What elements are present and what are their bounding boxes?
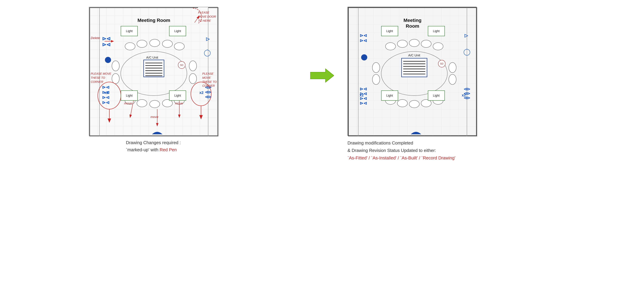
right-caption-red: `As-Fitted' / `As-Installed' / `As-Built… (348, 155, 455, 160)
svg-text:▷: ▷ (464, 33, 468, 38)
svg-point-16 (112, 74, 119, 84)
svg-point-17 (189, 61, 196, 71)
svg-point-7 (150, 39, 160, 47)
svg-text:⊲⊳: ⊲⊳ (205, 90, 212, 94)
caption-line2: `marked-up' with Red Pen (126, 147, 177, 152)
x2-label-left: x2 (104, 90, 108, 95)
svg-line-41 (194, 16, 199, 22)
please-move-corner-left: PLEASE MOVETHESE TOCORNER (91, 72, 111, 84)
light-box-right-bottom-left: Light (381, 90, 398, 101)
ac-unit-label-left: A/C Unit (141, 56, 163, 60)
svg-text:⊳⊲: ⊳⊲ (102, 36, 110, 42)
caption-line1: Drawing Changes required : (126, 140, 181, 145)
svg-text:⊲⊳: ⊲⊳ (464, 87, 470, 91)
svg-point-58 (397, 40, 408, 48)
svg-text:⊳⊲: ⊳⊲ (102, 100, 110, 105)
left-panel: ⊳⊲ ⊳⊲ ⊳⊲ ⊳⊲ ⊳⊲ ⊳⊲ ▷ ⊲⊳ ⊲⊳ ⊲⊳ (10, 7, 296, 153)
svg-rect-19 (144, 60, 164, 77)
svg-point-42 (98, 82, 121, 109)
x2-label-right-panel-left: x2 (360, 93, 364, 98)
move-door-annotation: PLEASE MOVE DOORTO HERE (198, 11, 217, 23)
left-floor-plan: ⊳⊲ ⊳⊲ ⊳⊲ ⊳⊲ ⊳⊲ ⊳⊲ ▷ ⊲⊳ ⊲⊳ ⊲⊳ (89, 7, 218, 136)
svg-point-61 (433, 42, 443, 50)
svg-point-90 (464, 49, 470, 55)
svg-point-69 (449, 62, 456, 73)
room-title-right: MeetingRoom (394, 18, 431, 29)
svg-text:⊲⊳: ⊲⊳ (205, 85, 212, 90)
svg-text:▷: ▷ (206, 36, 210, 42)
ac-unit-label-right: A/C Unit (401, 54, 428, 57)
right-caption-line1: Drawing modifications Completed (348, 140, 413, 146)
svg-point-11 (137, 100, 147, 107)
svg-point-57 (386, 42, 396, 50)
light-box-right-top-right: Light (428, 26, 445, 36)
svg-marker-51 (310, 69, 334, 82)
svg-point-30 (105, 57, 111, 63)
transformation-arrow (310, 7, 334, 83)
svg-point-70 (449, 74, 456, 84)
svg-text:⊳⊲: ⊳⊲ (360, 101, 367, 106)
light-box-top-right: Light (169, 26, 186, 36)
svg-point-56 (381, 52, 448, 96)
svg-point-15 (112, 61, 119, 71)
svg-text:⊳⊲: ⊳⊲ (102, 85, 110, 90)
light-box-right-top-left: Light (381, 26, 398, 36)
svg-text:⊳⊲: ⊳⊲ (102, 42, 110, 47)
svg-rect-0 (89, 7, 218, 136)
svg-point-18 (189, 74, 196, 84)
svg-point-8 (162, 40, 172, 48)
svg-point-60 (421, 40, 431, 48)
svg-text:⊲⊳: ⊲⊳ (205, 94, 212, 99)
svg-point-81 (361, 54, 367, 60)
light-box-top-left: Light (121, 26, 138, 36)
right-floor-plan: ⊳⊲ ⊳⊲ ⊳⊲ ⊳⊲ ⊳⊲ ⊳⊲ ▷ ⊲⊳ ⊲⊳ ⊲⊳ MeetingRoom… (348, 7, 476, 136)
svg-point-39 (204, 50, 210, 56)
move-annotation-2: move (175, 102, 183, 105)
svg-text:⊳⊲: ⊳⊲ (360, 86, 367, 92)
svg-point-9 (174, 42, 184, 50)
room-title-left: Meeting Room (135, 18, 172, 23)
sd-circle-left: SD (178, 61, 186, 69)
svg-text:⊳⊲: ⊳⊲ (102, 95, 110, 100)
svg-rect-1 (90, 8, 218, 136)
svg-text:⊳⊲: ⊳⊲ (360, 38, 367, 43)
sd-circle-right: SD (438, 60, 446, 68)
svg-marker-47 (199, 115, 203, 119)
right-caption: Drawing modifications Completed & Drawin… (348, 139, 455, 162)
light-box-bottom-left: Light (121, 90, 138, 101)
right-panel: ⊳⊲ ⊳⊲ ⊳⊲ ⊳⊲ ⊳⊲ ⊳⊲ ▷ ⊲⊳ ⊲⊳ ⊲⊳ MeetingRoom… (348, 7, 634, 162)
delete-annotation: Delete (91, 36, 100, 40)
svg-point-59 (409, 39, 419, 47)
x2-label-right-left-panel: x2 (199, 90, 204, 95)
light-box-bottom-right: Light (169, 90, 186, 101)
x2-label-right-panel-right: x2 (462, 93, 466, 98)
svg-point-12 (150, 100, 160, 108)
move-annotation-1: move (124, 102, 132, 105)
please-move-corner-right: PLEASE MOVETHESE TO CORNER (202, 72, 217, 88)
left-caption: Drawing Changes required : `marked-up' w… (126, 139, 181, 153)
svg-marker-45 (108, 118, 111, 123)
svg-rect-71 (402, 58, 427, 77)
svg-point-6 (137, 40, 147, 48)
svg-marker-49 (111, 40, 114, 42)
light-box-right-bottom-right: Light (428, 90, 445, 101)
svg-point-64 (409, 100, 419, 108)
right-caption-line2: & Drawing Revision Status Updated to eit… (348, 148, 436, 153)
move-annotation-3: move (150, 115, 158, 119)
svg-point-63 (397, 100, 408, 107)
svg-point-68 (372, 74, 380, 84)
svg-point-67 (372, 62, 380, 73)
svg-text:⊳⊲: ⊳⊲ (360, 33, 367, 38)
svg-point-5 (125, 42, 135, 50)
